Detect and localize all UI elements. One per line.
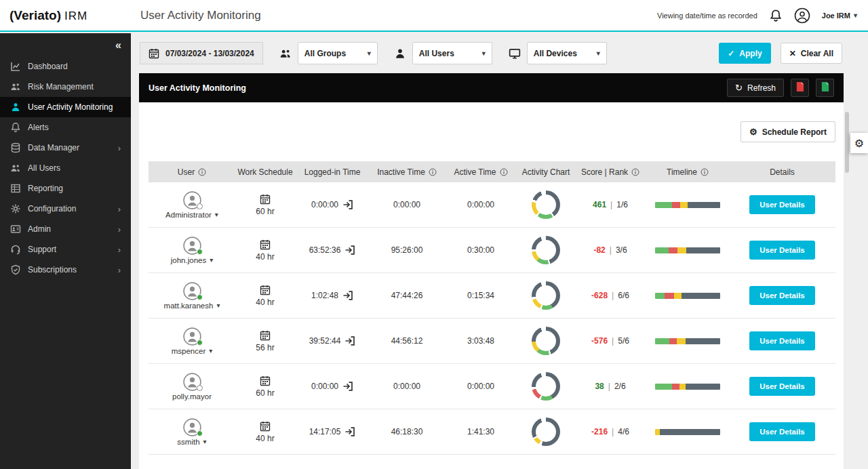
scrollbar-thumb[interactable] — [845, 112, 849, 173]
sidebar-item-all-users[interactable]: All Users — [0, 158, 131, 178]
login-icon — [342, 199, 353, 210]
user-menu[interactable]: Joe IRM ▾ — [822, 12, 857, 20]
calendar-icon — [149, 48, 159, 59]
top-bar: (Veriato) IRM User Activity Monitoring V… — [0, 0, 868, 32]
timeline-cell — [646, 293, 729, 299]
timeline-bar — [655, 338, 720, 344]
clear-all-label: Clear All — [801, 49, 833, 58]
sidebar-item-alerts[interactable]: Alerts — [0, 117, 131, 138]
users-filter: All Users ▾ — [394, 42, 492, 64]
schedule-report-button[interactable]: ⚙ Schedule Report — [741, 121, 835, 142]
active-time-cell: 3:03:48 — [444, 336, 517, 346]
user-name[interactable]: Administrator▾ — [165, 211, 218, 219]
score-value: 461 — [593, 200, 606, 209]
info-icon — [429, 168, 437, 176]
filter-bar: 07/03/2024 - 13/03/2024 All Groups ▾ All… — [131, 33, 868, 73]
risk-management-icon — [10, 81, 21, 92]
column-header: Score | Rank — [574, 167, 646, 177]
page-title: User Activity Monitoring — [140, 9, 261, 22]
activity-donut-chart — [532, 327, 560, 355]
activity-donut-chart — [532, 281, 560, 310]
table-row: john.jones▾40 hr63:52:3695:26:000:30:00-… — [149, 228, 835, 273]
table-row: mspencer▾56 hr39:52:4444:56:123:03:48-57… — [149, 319, 835, 364]
calendar-icon — [260, 330, 271, 341]
activity-chart-cell — [517, 190, 574, 219]
date-range-value: 07/03/2024 - 13/03/2024 — [165, 49, 254, 58]
content: User Activity Monitoring ↻ Refresh ⚙ Sch… — [139, 73, 844, 469]
score-value: -628 — [591, 291, 608, 300]
timeline-cell — [646, 429, 729, 435]
refresh-button[interactable]: ↻ Refresh — [727, 79, 784, 97]
sidebar-item-subscriptions[interactable]: Subscriptions› — [0, 260, 131, 280]
score-rank-cell: 38|2/6 — [574, 382, 646, 391]
panel-header-bar: User Activity Monitoring ↻ Refresh — [139, 73, 844, 102]
user-name[interactable]: ssmith▾ — [177, 438, 206, 446]
export-pdf-button[interactable] — [791, 79, 809, 97]
timeline-segment — [686, 338, 720, 344]
user-menu-label: Joe IRM — [822, 12, 850, 20]
devices-select[interactable]: All Devices ▾ — [527, 42, 607, 64]
timeline-segment — [660, 429, 720, 435]
timeline-segment — [655, 384, 672, 390]
activity-chart-cell — [517, 236, 574, 264]
user-name[interactable]: john.jones▾ — [171, 256, 213, 264]
user-details-button[interactable]: User Details — [749, 241, 814, 260]
users-select[interactable]: All Users ▾ — [412, 42, 492, 64]
chevron-right-icon: › — [118, 245, 121, 255]
user-details-button[interactable]: User Details — [749, 331, 814, 350]
inactive-time-cell: 44:56:12 — [370, 336, 444, 346]
table-row: polly.mayor60 hr0:00:000:00:000:00:0038|… — [149, 364, 835, 409]
account-avatar-icon[interactable] — [794, 7, 810, 24]
sidebar-item-data-manager[interactable]: Data Manager› — [0, 138, 131, 158]
user-name[interactable]: mspencer▾ — [172, 347, 213, 355]
devices-filter: All Devices ▾ — [509, 42, 607, 64]
info-icon — [701, 168, 709, 176]
apply-button[interactable]: ✓ Apply — [719, 43, 770, 64]
user-avatar-icon — [183, 237, 201, 255]
chevron-right-icon: › — [118, 143, 121, 153]
sidebar-item-label: Reporting — [28, 184, 63, 193]
notifications-bell-icon[interactable] — [769, 9, 783, 22]
user-name[interactable]: polly.mayor — [172, 392, 212, 401]
table-row: matt.karanesh▾40 hr1:02:4847:44:260:15:3… — [149, 273, 835, 319]
sidebar-item-admin[interactable]: Admin› — [0, 219, 131, 239]
rank-value: 1/6 — [616, 200, 628, 209]
timeline-segment — [672, 202, 680, 208]
logged-in-time-cell: 0:00:00 — [295, 381, 370, 392]
user-details-button[interactable]: User Details — [749, 195, 814, 214]
groups-select[interactable]: All Groups ▾ — [298, 42, 378, 64]
score-rank-cell: -216|4/6 — [574, 427, 646, 436]
clear-all-button[interactable]: ✕ Clear All — [781, 43, 842, 64]
column-header: Inactive Time — [370, 167, 444, 177]
schedule-row: ⚙ Schedule Report — [147, 113, 837, 142]
score-rank-cell: -628|6/6 — [574, 291, 646, 300]
monitor-icon — [509, 47, 521, 60]
sidebar-item-risk-management[interactable]: Risk Management — [0, 77, 131, 97]
user-details-button[interactable]: User Details — [749, 286, 814, 305]
sidebar-item-label: Data Manager — [28, 143, 79, 152]
calendar-icon — [260, 375, 271, 386]
settings-flyout-button[interactable]: ⚙ — [850, 133, 868, 153]
inactive-time-cell: 0:00:00 — [370, 382, 444, 391]
sidebar-collapse-button[interactable]: « — [0, 33, 131, 56]
user-details-button[interactable]: User Details — [749, 422, 814, 441]
export-excel-button[interactable] — [816, 79, 834, 97]
sidebar-item-support[interactable]: Support› — [0, 239, 131, 260]
sidebar-item-reporting[interactable]: Reporting — [0, 178, 131, 199]
user-name[interactable]: matt.karanesh▾ — [164, 302, 220, 310]
caret-down-icon: ▾ — [854, 12, 857, 19]
date-range-picker[interactable]: 07/03/2024 - 13/03/2024 — [140, 42, 263, 64]
gear-icon — [10, 203, 21, 214]
active-time-cell: 1:41:30 — [444, 427, 517, 436]
timeline-segment — [665, 293, 673, 299]
sidebar-item-configuration[interactable]: Configuration› — [0, 199, 131, 219]
user-details-button[interactable]: User Details — [749, 377, 814, 396]
caret-down-icon: ▾ — [209, 347, 212, 354]
topbar-right: Viewing date/time as recorded Joe IRM ▾ — [657, 7, 868, 24]
refresh-icon: ↻ — [735, 83, 743, 93]
sidebar-item-dashboard[interactable]: Dashboard — [0, 56, 131, 77]
timeline-bar — [655, 384, 720, 390]
timeline-segment — [655, 338, 669, 344]
details-cell: User Details — [729, 422, 835, 441]
sidebar-item-user-activity-monitoring[interactable]: User Activity Monitoring — [0, 97, 131, 117]
